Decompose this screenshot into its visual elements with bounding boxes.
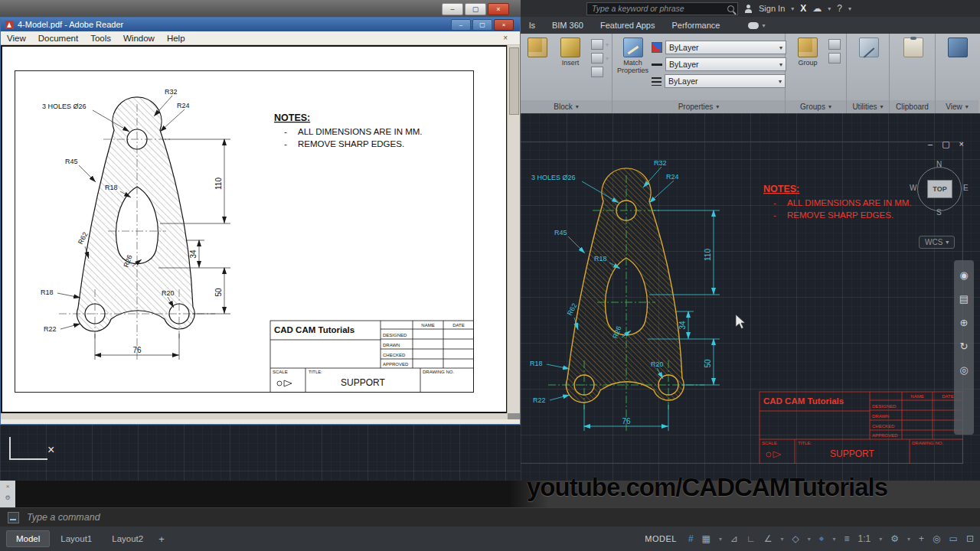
showmotion-icon[interactable]: ◎ [959, 364, 968, 376]
workspace-gear-icon[interactable]: ⚙ [890, 533, 899, 544]
restore-button[interactable]: ▢ [942, 139, 949, 149]
edit-block-button[interactable] [525, 37, 550, 100]
isolate-objects-icon[interactable]: ◎ [933, 533, 940, 544]
measure-button[interactable] [857, 37, 881, 100]
ribbon-tab-featured-apps[interactable]: Featured Apps [592, 18, 664, 32]
chevron-down-icon[interactable]: ▾ [833, 536, 836, 543]
wcs-badge[interactable]: WCS ▾ [919, 236, 955, 249]
tab-model[interactable]: Model [6, 530, 50, 547]
menu-help[interactable]: Help [161, 32, 191, 44]
lineweight-dropdown[interactable]: ByLayer ▾ [665, 74, 786, 88]
insert-button[interactable]: Insert [553, 37, 588, 100]
svg-text:SCALE: SCALE [273, 370, 288, 374]
chevron-down-icon[interactable]: ▾ [808, 536, 811, 543]
chevron-down-icon[interactable]: ▾ [781, 536, 784, 543]
maximize-button[interactable]: ▢ [472, 19, 492, 31]
command-window-grip[interactable]: × ⚙ [0, 481, 15, 507]
command-prompt-icon[interactable] [8, 512, 19, 523]
lineweight-icon[interactable]: ≡ [844, 533, 850, 544]
viewcube-west[interactable]: W [910, 184, 916, 192]
edit-attribute-button[interactable]: ▾ [591, 53, 609, 64]
scrollbar-thumb[interactable] [509, 47, 519, 115]
infer-constraints-icon[interactable]: ⊿ [730, 533, 738, 544]
chevron-down-icon[interactable]: ▾ [879, 536, 882, 543]
exchange-apps-icon[interactable]: X [800, 3, 806, 14]
group-edit-button[interactable] [828, 53, 841, 64]
pan-icon[interactable]: ▤ [959, 293, 969, 305]
ortho-icon[interactable]: ∟ [746, 533, 756, 544]
adobe-titlebar[interactable]: 4-Model.pdf - Adobe Reader – ▢ × [1, 18, 520, 31]
chevron-down-icon[interactable]: ▾ [848, 5, 851, 12]
paste-button[interactable] [901, 37, 926, 100]
sign-in-button[interactable]: Sign In [759, 4, 785, 13]
minimize-button[interactable]: – [442, 3, 463, 15]
chevron-down-icon[interactable]: ▾ [828, 5, 831, 12]
help-icon[interactable]: ? [837, 3, 842, 14]
model-space-canvas-lower[interactable]: × [0, 425, 521, 481]
orbit-icon[interactable]: ↻ [960, 341, 969, 352]
ribbon-tab-bim360[interactable]: BIM 360 [544, 18, 592, 32]
model-space-canvas[interactable]: 3 HOLES Ø26 R32 R24 R45 R18 R62 R18 R22 … [521, 113, 980, 481]
menu-tools[interactable]: Tools [84, 32, 117, 44]
command-input[interactable] [25, 511, 980, 523]
chevron-down-icon[interactable]: ▾ [719, 536, 722, 543]
panel-label-view[interactable]: View ▾ [936, 100, 978, 113]
cloud-icon[interactable]: ☁ [812, 3, 822, 14]
tab-layout2[interactable]: Layout2 [103, 531, 152, 546]
menu-view[interactable]: View [1, 32, 32, 44]
viewcube-north[interactable]: N [936, 160, 942, 168]
panel-label-groups[interactable]: Groups ▾ [786, 100, 846, 113]
customize-icon[interactable]: ⚙ [5, 494, 10, 501]
menu-document[interactable]: Document [32, 32, 84, 44]
viewcube-south[interactable]: S [936, 208, 942, 217]
chevron-down-icon[interactable]: ▾ [762, 22, 765, 29]
chevron-down-icon[interactable]: ▾ [907, 536, 910, 543]
panel-label-properties[interactable]: Properties ▾ [612, 100, 785, 113]
clean-screen-icon[interactable]: ⊡ [966, 533, 974, 544]
ribbon-tab-performance[interactable]: Performance [663, 18, 728, 32]
snap-icon[interactable]: ▦ [702, 533, 710, 544]
isodraft-icon[interactable]: ◇ [792, 533, 799, 544]
grid-icon[interactable]: # [688, 533, 694, 544]
close-document-icon[interactable]: × [497, 32, 514, 44]
polar-tracking-icon[interactable]: ∠ [764, 533, 773, 544]
panel-label-utilities[interactable]: Utilities ▾ [847, 100, 889, 113]
model-space-button[interactable]: MODEL [645, 534, 680, 543]
define-attribute-button[interactable] [591, 67, 609, 77]
match-properties-button[interactable]: Match Properties [617, 37, 648, 100]
group-button[interactable]: Group [790, 37, 825, 100]
search-box[interactable] [586, 2, 738, 15]
osnap-icon[interactable]: ⌖ [819, 533, 825, 544]
chevron-down-icon[interactable]: ▾ [791, 5, 794, 12]
graphics-performance-icon[interactable]: ▭ [949, 533, 958, 544]
annotation-scale-button[interactable]: 1:1 [858, 533, 871, 544]
vertical-scrollbar[interactable] [507, 45, 520, 413]
restore-button[interactable]: ▢ [465, 3, 486, 15]
close-button[interactable]: × [488, 3, 509, 15]
viewcube[interactable]: N S W E TOP [914, 162, 965, 216]
linetype-dropdown[interactable]: ByLayer ▾ [665, 57, 786, 71]
color-dropdown[interactable]: ByLayer ▾ [665, 41, 786, 54]
viewcube-top-face[interactable]: TOP [927, 180, 952, 198]
minimize-button[interactable]: – [451, 19, 471, 31]
annotation-monitor-icon[interactable]: + [919, 533, 924, 544]
ribbon-tab-cutoff[interactable]: ls [521, 18, 544, 32]
horizontal-scrollbar[interactable] [1, 413, 508, 419]
create-block-button[interactable]: ▾ [591, 39, 609, 50]
view-button[interactable] [946, 37, 970, 100]
zoom-icon[interactable]: ⊕ [960, 317, 969, 328]
search-input[interactable] [590, 3, 724, 14]
panel-label-block[interactable]: Block ▾ [521, 100, 612, 113]
minimize-button[interactable]: – [928, 139, 933, 149]
close-button[interactable]: × [494, 19, 514, 31]
viewcube-east[interactable]: E [963, 184, 969, 192]
panel-label-clipboard[interactable]: Clipboard [890, 100, 935, 113]
close-icon[interactable]: × [6, 483, 10, 490]
ribbon-collapse-icon[interactable] [748, 22, 759, 29]
new-layout-button[interactable]: + [154, 530, 169, 548]
steering-wheel-icon[interactable]: ◉ [959, 269, 968, 281]
menu-window[interactable]: Window [117, 32, 161, 44]
ungroup-button[interactable] [828, 39, 841, 50]
close-button[interactable]: × [959, 139, 964, 149]
tab-layout1[interactable]: Layout1 [51, 531, 101, 546]
